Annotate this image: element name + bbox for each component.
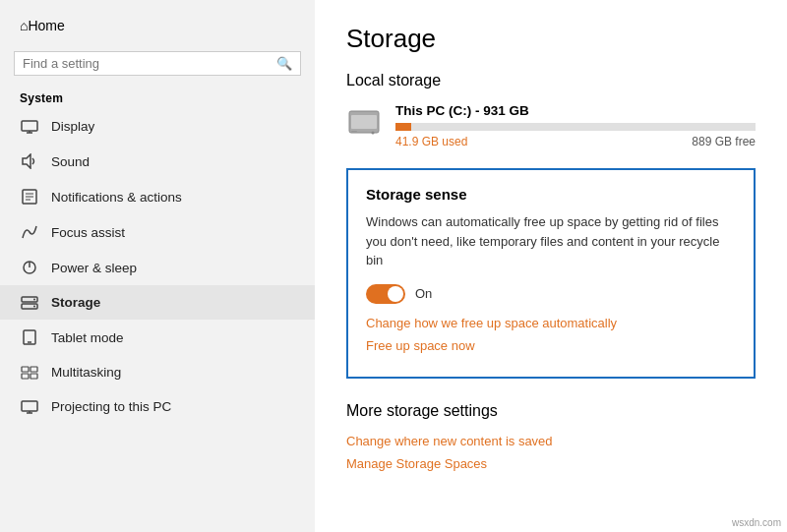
sidebar-item-storage[interactable]: Storage xyxy=(0,285,315,320)
sidebar-item-home[interactable]: ⌂ Home xyxy=(0,8,315,43)
svg-rect-25 xyxy=(351,131,357,133)
search-input[interactable] xyxy=(23,56,276,71)
sidebar-home-label: Home xyxy=(28,18,64,33)
tablet-icon xyxy=(20,329,39,345)
sidebar-item-tablet[interactable]: Tablet mode xyxy=(0,320,315,355)
svg-rect-17 xyxy=(30,367,37,372)
storage-bar-fill xyxy=(395,123,411,131)
sidebar-item-projecting-label: Projecting to this PC xyxy=(51,399,171,414)
sidebar-item-display[interactable]: Display xyxy=(0,109,315,144)
sidebar-item-sound[interactable]: Sound xyxy=(0,144,315,179)
sound-icon xyxy=(20,153,39,169)
storage-sense-box: Storage sense Windows can automatically … xyxy=(346,168,756,379)
sidebar-item-sound-label: Sound xyxy=(51,154,90,169)
sidebar-item-projecting[interactable]: Projecting to this PC xyxy=(0,389,315,424)
storage-sense-toggle[interactable] xyxy=(366,284,405,304)
svg-marker-3 xyxy=(23,154,30,168)
svg-point-26 xyxy=(372,132,375,135)
search-box[interactable]: 🔍 xyxy=(14,51,301,76)
svg-rect-16 xyxy=(22,367,29,372)
storage-labels: 41.9 GB used 889 GB free xyxy=(395,135,756,148)
display-icon xyxy=(20,120,39,134)
storage-bar xyxy=(395,123,756,131)
svg-rect-20 xyxy=(22,401,37,411)
drive-icon xyxy=(346,105,382,141)
drive-info: This PC (C:) - 931 GB 41.9 GB used 889 G… xyxy=(395,103,756,148)
local-storage-title: Local storage xyxy=(346,72,756,89)
projecting-icon xyxy=(20,400,39,414)
svg-rect-24 xyxy=(351,115,377,129)
manage-storage-spaces-link[interactable]: Manage Storage Spaces xyxy=(346,456,756,471)
sidebar-item-notifications[interactable]: Notifications & actions xyxy=(0,179,315,214)
storage-used: 41.9 GB used xyxy=(395,135,467,148)
storage-icon xyxy=(20,296,39,310)
more-storage-title: More storage settings xyxy=(346,402,756,420)
sidebar-item-notifications-label: Notifications & actions xyxy=(51,190,182,205)
change-content-saved-link[interactable]: Change where new content is saved xyxy=(346,434,756,448)
focus-icon xyxy=(20,224,39,240)
svg-point-12 xyxy=(33,298,35,300)
sidebar-item-focus-label: Focus assist xyxy=(51,225,125,240)
drive-item: This PC (C:) - 931 GB 41.9 GB used 889 G… xyxy=(346,103,756,148)
sidebar-item-multitasking[interactable]: Multitasking xyxy=(0,355,315,389)
svg-point-13 xyxy=(33,305,35,307)
storage-sense-desc: Windows can automatically free up space … xyxy=(366,212,736,270)
drive-name: This PC (C:) - 931 GB xyxy=(395,103,756,118)
toggle-row: On xyxy=(366,284,736,304)
watermark: wsxdn.com xyxy=(732,517,781,528)
sidebar-item-storage-label: Storage xyxy=(51,295,100,310)
sidebar-item-tablet-label: Tablet mode xyxy=(51,330,124,345)
main-content: Storage Local storage This PC (C:) - 931… xyxy=(315,0,787,532)
storage-sense-title: Storage sense xyxy=(366,186,736,203)
sidebar-item-focus[interactable]: Focus assist xyxy=(0,214,315,250)
notifications-icon xyxy=(20,189,39,205)
sidebar-section-system: System xyxy=(0,84,315,109)
sidebar-item-power-label: Power & sleep xyxy=(51,261,137,275)
sidebar-item-display-label: Display xyxy=(51,119,94,134)
svg-rect-0 xyxy=(22,121,37,131)
svg-rect-19 xyxy=(30,374,37,379)
toggle-label: On xyxy=(415,286,432,301)
svg-rect-18 xyxy=(22,374,29,379)
sidebar-item-power[interactable]: Power & sleep xyxy=(0,250,315,285)
search-icon: 🔍 xyxy=(276,56,292,71)
free-up-space-link[interactable]: Free up space now xyxy=(366,338,736,353)
power-icon xyxy=(20,260,39,275)
sidebar-item-multitasking-label: Multitasking xyxy=(51,365,121,380)
page-title: Storage xyxy=(346,24,756,54)
home-icon: ⌂ xyxy=(20,18,28,33)
sidebar: ⌂ Home 🔍 System Display Sound Notificati… xyxy=(0,0,315,532)
change-how-link[interactable]: Change how we free up space automaticall… xyxy=(366,316,736,330)
storage-free: 889 GB free xyxy=(692,135,756,148)
multitasking-icon xyxy=(20,366,39,380)
